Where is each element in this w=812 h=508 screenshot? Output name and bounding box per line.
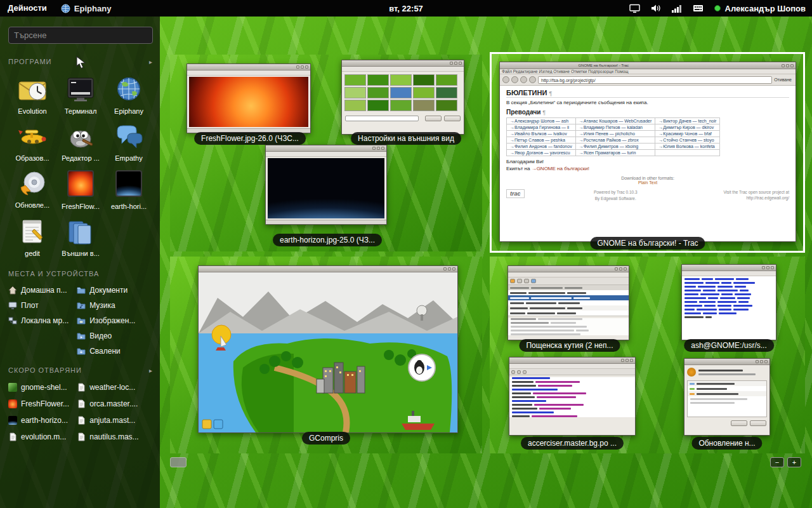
translator-cell[interactable]: →Виктор Дачев — tech_noir bbox=[655, 118, 720, 124]
go-button[interactable]: Отиване bbox=[774, 77, 793, 82]
workspace-2[interactable]: GNOME на български! - Trac Файл Редактир… bbox=[490, 52, 805, 253]
app-item-freshflower[interactable]: FreshFlow... bbox=[56, 166, 105, 214]
pilcrow-anchor[interactable]: ¶ bbox=[549, 90, 552, 97]
translator-cell[interactable]: →Ясен Праматаров — turin bbox=[575, 150, 655, 156]
app-item-terminal[interactable]: Терминал bbox=[56, 72, 105, 119]
pilcrow-anchor[interactable]: ¶ bbox=[542, 109, 546, 116]
place-local-network[interactable]: Локална мр... bbox=[8, 313, 77, 328]
translator-cell[interactable]: →Владимир Петков — kaladan bbox=[575, 124, 655, 131]
app-item-gcompris[interactable]: Образов... bbox=[8, 119, 56, 166]
focused-app-menu[interactable]: Epiphany bbox=[61, 4, 112, 13]
team-link[interactable]: →GNOME на български! bbox=[532, 166, 589, 171]
workspace-remove-button[interactable]: − bbox=[770, 457, 784, 467]
toolbar-button[interactable] bbox=[531, 279, 536, 283]
app-item-gedit[interactable]: gedit bbox=[8, 214, 56, 261]
place-videos[interactable]: Видео bbox=[77, 328, 153, 344]
translator-cell[interactable]: →Александър Шопов — ash bbox=[507, 118, 576, 124]
toolbar-button[interactable] bbox=[511, 370, 515, 374]
translator-cell[interactable]: →Филип Димитров — xboing bbox=[575, 144, 655, 150]
app-item-empathy[interactable]: Empathy bbox=[105, 119, 153, 166]
window-software-update[interactable] bbox=[684, 358, 770, 436]
toolbar-button[interactable] bbox=[523, 370, 527, 374]
toolbar-button[interactable] bbox=[517, 370, 521, 374]
workspace-switcher[interactable] bbox=[170, 457, 187, 467]
appearance-button[interactable] bbox=[425, 116, 442, 121]
window-gcompris[interactable] bbox=[198, 265, 458, 433]
list-item[interactable] bbox=[688, 386, 766, 391]
recent-item-nautilus[interactable]: nautilus.mas... bbox=[77, 429, 153, 445]
window-earth-horizon[interactable] bbox=[265, 145, 387, 225]
place-downloads[interactable]: Свалени bbox=[77, 344, 153, 359]
toolbar-button[interactable] bbox=[524, 279, 529, 283]
app-item-software-update[interactable]: Обновле... bbox=[8, 166, 56, 214]
translator-cell[interactable]: →Филип Андонов — fandonov bbox=[507, 144, 576, 150]
place-pictures[interactable]: Изображен... bbox=[77, 313, 153, 328]
back-icon[interactable] bbox=[502, 76, 509, 83]
app-item-gimp[interactable]: Редактор ... bbox=[56, 119, 105, 166]
recent-item-evolution-file[interactable]: evolution.m... bbox=[8, 429, 77, 445]
window-epiphany-trac[interactable]: GNOME на български! - Trac Файл Редактир… bbox=[499, 62, 796, 242]
plain-text-link[interactable]: Plain Text bbox=[638, 180, 657, 185]
app-item-external-volumes[interactable]: Външни в... bbox=[56, 214, 105, 261]
translator-cell[interactable]: →Стойчо Станчев — stoyo bbox=[655, 137, 720, 144]
display-icon[interactable] bbox=[629, 4, 640, 13]
app-item-evolution[interactable]: Evolution bbox=[8, 72, 56, 119]
update-install-button[interactable] bbox=[750, 420, 766, 426]
network-signal-icon[interactable] bbox=[672, 4, 682, 13]
app-item-epiphany[interactable]: Epiphany bbox=[105, 72, 153, 119]
window-appearance[interactable] bbox=[341, 60, 464, 135]
appearance-button[interactable] bbox=[444, 116, 461, 121]
user-menu[interactable]: Александър Шопов bbox=[714, 4, 806, 13]
chevron-right-icon[interactable]: ▸ bbox=[149, 367, 153, 374]
list-item[interactable] bbox=[508, 290, 629, 295]
chevron-right-icon[interactable]: ▸ bbox=[149, 58, 153, 65]
place-home[interactable]: Домашна п... bbox=[8, 283, 77, 298]
list-item[interactable] bbox=[508, 300, 629, 305]
volume-icon[interactable] bbox=[651, 4, 661, 13]
translator-cell[interactable]: →Илия Пенев — picholicho bbox=[575, 131, 655, 137]
editor-text-area[interactable] bbox=[509, 377, 635, 417]
activities-button[interactable]: Дейности bbox=[0, 0, 55, 17]
list-item[interactable] bbox=[508, 295, 629, 300]
translator-cell[interactable]: →Ростислав Райков — zbrox bbox=[575, 137, 655, 144]
search-input[interactable] bbox=[8, 27, 153, 44]
workspace-3[interactable]: GCompris bbox=[170, 257, 482, 453]
workspace-4[interactable]: Пощенска кутия (2 неп... ash@GNOME:/usr/… bbox=[490, 257, 805, 453]
translator-cell[interactable]: →Атанас Кошаров — WebCrusader bbox=[575, 118, 655, 124]
window-mail[interactable] bbox=[508, 265, 629, 340]
translator-cell[interactable]: →Димитър Киров — dkirov bbox=[655, 124, 720, 131]
workspace-1[interactable]: FreshFlower.jpg-26.0 (ЧЗС... Настройки н… bbox=[170, 55, 482, 251]
recent-item-gnome-shell[interactable]: gnome-shel... bbox=[8, 379, 77, 396]
terminal-output[interactable] bbox=[682, 278, 776, 320]
translator-cell[interactable]: →Ивайло Вълков — ivalkov bbox=[507, 131, 576, 137]
toolbar-button[interactable] bbox=[510, 279, 515, 283]
update-list[interactable] bbox=[687, 380, 767, 417]
translator-cell[interactable]: →Петър Славов — peshka bbox=[507, 137, 576, 144]
list-item[interactable] bbox=[688, 391, 766, 396]
recent-item-anjuta[interactable]: anjuta.mast... bbox=[77, 412, 153, 429]
place-music[interactable]: Музика bbox=[77, 298, 153, 313]
translator-cell[interactable]: →Владимира Гиргинова — ii bbox=[507, 124, 576, 131]
app-item-earth-horizon[interactable]: earth-hori... bbox=[105, 166, 153, 214]
translator-cell[interactable]: →Юлия Волкова — konfeta bbox=[655, 144, 720, 150]
window-po-editor[interactable] bbox=[509, 357, 636, 436]
browser-menubar[interactable]: Файл Редактиране Изглед Отиване Отметки … bbox=[500, 69, 796, 74]
workspace-add-button[interactable]: + bbox=[787, 457, 801, 467]
list-item[interactable] bbox=[508, 311, 629, 316]
list-item[interactable] bbox=[508, 305, 629, 311]
place-desktop[interactable]: Плот bbox=[8, 298, 77, 313]
place-documents[interactable]: Документи bbox=[77, 283, 153, 298]
update-cancel-button[interactable] bbox=[731, 420, 747, 426]
window-terminal[interactable] bbox=[681, 264, 776, 340]
translator-cell[interactable]: →Красимир Чонов — bfaf bbox=[655, 131, 720, 137]
appearance-combo[interactable] bbox=[345, 116, 419, 121]
clock[interactable]: вт, 22:57 bbox=[389, 4, 423, 13]
home-icon[interactable] bbox=[529, 76, 536, 83]
recent-item-weather[interactable]: weather-loc... bbox=[77, 379, 153, 396]
forward-icon[interactable] bbox=[511, 76, 518, 83]
list-item[interactable] bbox=[688, 381, 766, 386]
reload-icon[interactable] bbox=[520, 76, 527, 83]
recent-item-freshflower[interactable]: FreshFlower... bbox=[8, 396, 77, 412]
keyboard-icon[interactable] bbox=[693, 4, 704, 13]
mail-message-list[interactable] bbox=[508, 285, 629, 316]
